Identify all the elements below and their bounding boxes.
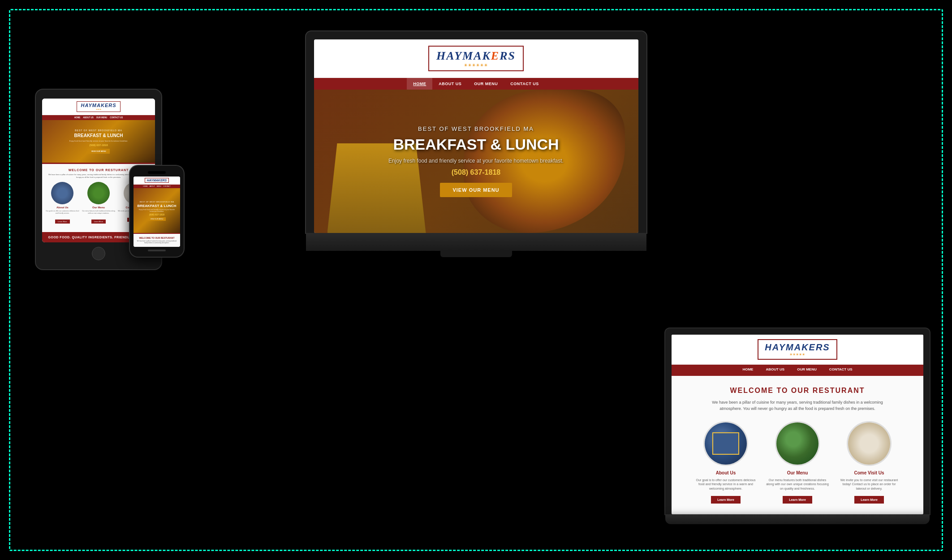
phone-notch xyxy=(148,171,166,174)
laptop-card-img-menu xyxy=(775,421,820,466)
tablet-logo-box: HAYMAKERS ☀☀☀ xyxy=(77,101,120,112)
phone-logo: HAYMAKERS xyxy=(145,178,169,183)
desktop-nav-about[interactable]: ABOUT US xyxy=(432,78,468,90)
laptop-nav-about[interactable]: ABOUT US xyxy=(759,365,791,374)
tablet-card-img-about xyxy=(51,182,73,204)
laptop-food-visual xyxy=(776,422,818,465)
tablet-card-title-about: About Us xyxy=(46,206,79,209)
desktop-nav-menu[interactable]: OUR MENU xyxy=(468,78,504,90)
phone-nav-home[interactable]: HOME xyxy=(143,185,148,187)
phone-device: HAYMAKERS HOME ABOUT MENU CONTACT BEST O… xyxy=(130,166,184,257)
tablet-nav: HOME ABOUT US OUR MENU CONTACT US xyxy=(42,115,155,120)
phone-hero-subtitle: BEST OF WEST BROOKFIELD MA xyxy=(140,201,174,203)
laptop-nav: HOME ABOUT US OUR MENU CONTACT US xyxy=(672,365,923,374)
phone-hero-tagline: Enjoy fresh food and friendly service at… xyxy=(136,209,178,212)
laptop-screen: HAYMAKERS ☀☀☀☀☀ HOME ABOUT US OUR MENU C… xyxy=(672,335,923,514)
tablet-card-0: About Us Our goal is to offer our custom… xyxy=(46,182,79,224)
tablet-card-btn-about[interactable]: Learn More xyxy=(55,220,69,224)
tablet-site-header: HAYMAKERS ☀☀☀ xyxy=(42,99,155,115)
laptop-card-title-about: About Us xyxy=(694,470,757,475)
laptop-logo-box: HAYMAKERS ☀☀☀☀☀ xyxy=(758,339,837,360)
tablet-card-desc-about: Our goal is to offer our customers delic… xyxy=(46,210,79,214)
laptop-welcome-title: WELCOME TO OUR RESTURANT xyxy=(681,387,914,395)
laptop-welcome-desc: We have been a pillar of cuisine for man… xyxy=(703,399,892,412)
laptop-nav-contact[interactable]: CONTACT US xyxy=(823,365,859,374)
laptop-card-img-about xyxy=(703,421,748,466)
tablet-nav-menu[interactable]: OUR MENU xyxy=(96,116,108,119)
laptop-card-about: About Us Our goal is to offer our custom… xyxy=(694,421,757,504)
hero-subtitle: BEST OF WEST BROOKFIELD MA xyxy=(418,125,534,132)
laptop-nav-home[interactable]: HOME xyxy=(736,365,759,374)
tablet-hero-subtitle: BEST OF WEST BROOKFIELD MA xyxy=(75,129,122,132)
phone-body: HAYMAKERS HOME ABOUT MENU CONTACT BEST O… xyxy=(130,166,184,257)
laptop-card-btn-about[interactable]: Learn More xyxy=(711,496,741,504)
laptop-plate-visual xyxy=(848,422,890,465)
laptop-base xyxy=(665,514,930,524)
phone-nav-about[interactable]: ABOUT xyxy=(150,185,155,187)
laptop-card-desc-menu: Our menu features both traditional dishe… xyxy=(766,478,829,491)
laptop-device: HAYMAKERS ☀☀☀☀☀ HOME ABOUT US OUR MENU C… xyxy=(665,328,930,524)
laptop-card-title-menu: Our Menu xyxy=(766,470,829,475)
phone-nav: HOME ABOUT MENU CONTACT xyxy=(134,185,180,188)
hero-tagline: Enjoy fresh food and friendly service at… xyxy=(388,158,564,164)
monitor-screen: HAYMAKERS ☀☀☀☀☀☀ HOME ABOUT US OUR MENU … xyxy=(314,39,638,233)
laptop-site-header: HAYMAKERS ☀☀☀☀☀ xyxy=(672,335,923,365)
monitor-screen-wrapper: HAYMAKERS ☀☀☀☀☀☀ HOME ABOUT US OUR MENU … xyxy=(306,31,646,233)
phone-welcome: WELCOME TO OUR RESTURANT We have been a … xyxy=(134,233,180,247)
tablet-hero-cta[interactable]: VIEW OUR MENU xyxy=(87,149,109,154)
laptop-screen-part: HAYMAKERS ☀☀☀☀☀ HOME ABOUT US OUR MENU C… xyxy=(665,328,930,514)
desktop-logo-text: HAYMAKERS xyxy=(436,49,516,63)
phone-hero-title: BREAKFAST & LUNCH xyxy=(137,204,176,208)
hero-cta-button[interactable]: VIEW OUR MENU xyxy=(440,183,512,197)
desktop-site-header: HAYMAKERS ☀☀☀☀☀☀ xyxy=(314,39,638,78)
phone-screen: HAYMAKERS HOME ABOUT MENU CONTACT BEST O… xyxy=(134,177,180,247)
laptop-card-menu: Our Menu Our menu features both traditio… xyxy=(766,421,829,504)
tablet-card-img-menu xyxy=(87,182,110,204)
desktop-logo-sun: ☀☀☀☀☀☀ xyxy=(436,63,516,68)
desktop-nav-contact[interactable]: CONTACT US xyxy=(504,78,545,90)
laptop-welcome-section: WELCOME TO OUR RESTURANT We have been a … xyxy=(672,374,923,514)
tablet-nav-contact[interactable]: CONTACT US xyxy=(110,116,123,119)
monitor-base xyxy=(440,251,512,257)
tablet-logo-text: HAYMAKERS xyxy=(81,103,116,108)
laptop-building-inner xyxy=(712,432,739,455)
hero-content: BEST OF WEST BROOKFIELD MA BREAKFAST & L… xyxy=(314,90,638,233)
tablet-hero-title: BREAKFAST & LUNCH xyxy=(74,133,123,138)
laptop-logo-sun: ☀☀☀☀☀ xyxy=(765,353,830,357)
tablet-logo-sun: ☀☀☀ xyxy=(81,108,116,111)
laptop-cards-container: About Us Our goal is to offer our custom… xyxy=(681,421,914,504)
monitor-stand xyxy=(306,233,646,251)
desktop-nav: HOME ABOUT US OUR MENU CONTACT US xyxy=(314,78,638,90)
desktop-logo-box: HAYMAKERS ☀☀☀☀☀☀ xyxy=(428,46,524,71)
tablet-card-desc-menu: Our menu features both traditional dishe… xyxy=(82,210,116,214)
desktop-hero: BEST OF WEST BROOKFIELD MA BREAKFAST & L… xyxy=(314,90,638,233)
tablet-card-1: Our Menu Our menu features both traditio… xyxy=(82,182,116,224)
laptop-card-visit: Come Visit Us We invite you to come visi… xyxy=(838,421,900,504)
phone-hero-cta[interactable]: VIEW OUR MENU xyxy=(148,217,166,221)
tablet-nav-about[interactable]: ABOUT US xyxy=(83,116,94,119)
scene-container: HAYMAKERS ☀☀☀☀☀☀ HOME ABOUT US OUR MENU … xyxy=(9,9,943,551)
laptop-card-btn-visit[interactable]: Learn More xyxy=(854,496,884,504)
tablet-card-btn-menu[interactable]: Learn More xyxy=(91,220,106,224)
phone-welcome-desc: We have been a pillar of cuisine for man… xyxy=(135,241,178,244)
phone-welcome-title: WELCOME TO OUR RESTURANT xyxy=(135,237,178,239)
hero-phone: (508) 637-1818 xyxy=(452,168,500,177)
phone-home-bar[interactable] xyxy=(148,250,166,251)
tablet-hero-tagline: Enjoy fresh food and friendly service at… xyxy=(69,140,128,142)
phone-nav-menu[interactable]: MENU xyxy=(157,185,161,187)
laptop-card-btn-menu[interactable]: Learn More xyxy=(783,496,812,504)
tablet-nav-home[interactable]: HOME xyxy=(74,116,81,119)
phone-hero-phone: (508) 637-1818 xyxy=(149,213,164,216)
laptop-nav-menu[interactable]: OUR MENU xyxy=(791,365,823,374)
hero-title: BREAKFAST & LUNCH xyxy=(393,136,559,153)
tablet-card-title-menu: Our Menu xyxy=(82,206,116,209)
laptop-building-visual xyxy=(705,422,747,465)
laptop-logo-text: HAYMAKERS xyxy=(765,342,830,353)
laptop-card-title-visit: Come Visit Us xyxy=(838,470,900,475)
tablet-home-button[interactable] xyxy=(92,247,105,260)
desktop-logo: HAYMAKERS ☀☀☀☀☀☀ xyxy=(428,46,524,71)
desktop-nav-home[interactable]: HOME xyxy=(407,78,432,90)
phone-nav-contact[interactable]: CONTACT xyxy=(163,185,171,187)
phone-header: HAYMAKERS xyxy=(134,177,180,185)
tablet-hero: BEST OF WEST BROOKFIELD MA BREAKFAST & L… xyxy=(42,120,155,163)
